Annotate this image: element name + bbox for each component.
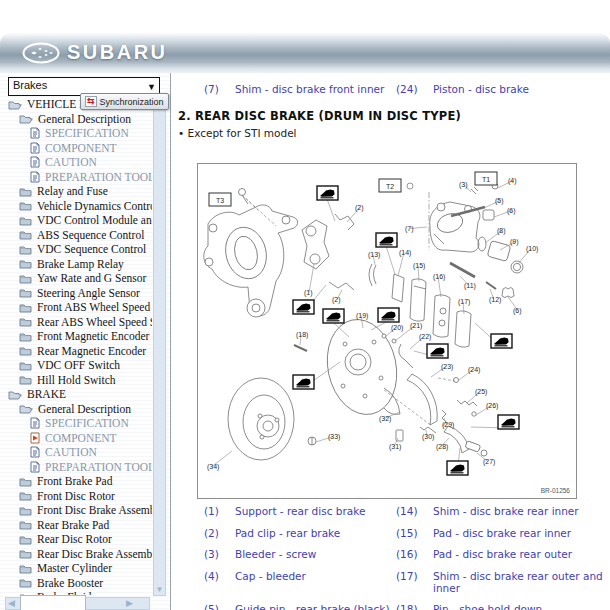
sidebar-horizontal-scrollbar[interactable]: ◀ ▶: [5, 597, 150, 610]
tree-item[interactable]: SPECIFICATION: [2, 416, 152, 431]
tree-item[interactable]: PREPARATION TOOL: [2, 460, 152, 475]
scroll-down-icon[interactable]: ▼: [154, 585, 165, 595]
diagram-part-label: (2): [332, 296, 341, 304]
tree-item[interactable]: VDC Sequence Control: [2, 242, 152, 257]
knuckle-drawing: [204, 189, 298, 318]
doc-active-icon: [30, 432, 40, 444]
folder-icon: [19, 490, 32, 501]
diagram-part-label: (12): [489, 296, 501, 304]
doc-icon: [30, 142, 40, 154]
tree-item[interactable]: Master Cylinder: [2, 561, 152, 576]
tree-item[interactable]: Rear Disc Rotor: [2, 532, 152, 547]
tree-item-label: COMPONENT: [45, 142, 117, 154]
tree-item[interactable]: Yaw Rate and G Sensor: [2, 271, 152, 286]
tree-item[interactable]: Rear Magnetic Encoder: [2, 344, 152, 359]
legend-item-text: Shim - disc brake front inner: [235, 83, 392, 95]
diagram-part-label: (33): [328, 433, 340, 441]
tree-item[interactable]: General Description: [2, 112, 152, 127]
tree-item[interactable]: Front ABS Wheel Speed Sensor: [2, 300, 152, 315]
tree-item[interactable]: Front Disc Brake Assembly: [2, 503, 152, 518]
tree-item-label: BRAKE: [27, 388, 66, 400]
tree-item-label: SPECIFICATION: [45, 127, 129, 139]
diagram-part-label: (28): [436, 443, 448, 451]
scroll-right-icon[interactable]: ▶: [126, 598, 133, 609]
diagram-part-label: (31): [389, 443, 401, 451]
tree-item[interactable]: PREPARATION TOOL: [2, 170, 152, 185]
tree-item[interactable]: ABS Sequence Control: [2, 228, 152, 243]
grease-icon: [427, 344, 448, 358]
tree-item[interactable]: Brake Booster: [2, 576, 152, 591]
legend-row: (3)Bleeder - screw(16)Pad - disc brake r…: [204, 548, 610, 560]
tree-item-label: VDC Sequence Control: [37, 243, 146, 255]
tree-item-label: Yaw Rate and G Sensor: [37, 272, 146, 284]
tree-item[interactable]: Front Brake Pad: [2, 474, 152, 489]
tree-item[interactable]: SPECIFICATION: [2, 126, 152, 141]
tree-item[interactable]: VDC OFF Switch: [2, 358, 152, 373]
grease-icon: [378, 308, 399, 322]
diagram-part-label: (29): [442, 421, 454, 429]
diagram-part-label: (16): [433, 273, 445, 281]
legend-item-number: (1): [204, 505, 231, 517]
folder-icon: [19, 534, 32, 545]
folder-icon: [19, 302, 32, 313]
folder-icon: [19, 215, 32, 226]
tree-item[interactable]: Rear Disc Brake Assembly: [2, 547, 152, 562]
tree-item[interactable]: Front Disc Rotor: [2, 489, 152, 504]
tree-item[interactable]: COMPONENT: [2, 431, 152, 446]
tool-label: T1: [482, 176, 490, 183]
diagram-part-label: (17): [458, 298, 470, 306]
doc-icon: [30, 417, 40, 429]
folder-icon: [19, 229, 32, 240]
legend-item-text: Pad clip - rear brake: [235, 527, 392, 539]
tree-item[interactable]: Relay and Fuse: [2, 184, 152, 199]
tree-item[interactable]: Rear ABS Wheel Speed Sensor: [2, 315, 152, 330]
folder-open-icon: [19, 403, 33, 414]
diagram-part-label: (10): [526, 245, 538, 253]
legend-item-text: Pad - disc brake rear outer: [433, 548, 610, 560]
tree-item[interactable]: Steering Angle Sensor: [2, 286, 152, 301]
folder-icon: [19, 273, 32, 284]
grease-icon: [491, 334, 512, 348]
exploded-diagram: T3T2T1(1)(2)(2)(3)(4)(5)(6)(7)(8)(9)(10)…: [197, 163, 577, 499]
grease-icon: [317, 186, 338, 200]
tree-item[interactable]: Hill Hold Switch: [2, 373, 152, 388]
tree-item[interactable]: Brake Lamp Relay: [2, 257, 152, 272]
folder-open-icon: [8, 389, 22, 400]
legend-item-number: (17): [396, 570, 429, 594]
tree-item[interactable]: VDC Control Module and Hydrauli: [2, 213, 152, 228]
grease-icon: [376, 233, 397, 247]
tree-item[interactable]: CAUTION: [2, 155, 152, 170]
grease-icon: [498, 415, 519, 429]
diagram-part-label: (8): [497, 227, 506, 235]
synchronization-button[interactable]: ⇆ Synchronization: [80, 93, 169, 110]
tree-item[interactable]: General Description: [2, 402, 152, 417]
legend-item-number: (18): [396, 603, 429, 610]
legend-item-text: Guide pin - rear brake (black): [235, 603, 392, 610]
diagram-part-label: (21): [410, 322, 422, 330]
tree-item[interactable]: CAUTION: [2, 445, 152, 460]
model-note: • Except for STI model: [178, 127, 297, 139]
tree-item[interactable]: Front Magnetic Encoder: [2, 329, 152, 344]
tree-item[interactable]: Rear Brake Pad: [2, 518, 152, 533]
tree-item[interactable]: Vehicle Dynamics Control System: [2, 199, 152, 214]
grease-icon: [323, 309, 344, 323]
tree-item-label: CAUTION: [45, 446, 97, 458]
folder-icon: [19, 244, 32, 255]
tree-item-label: Vehicle Dynamics Control System: [37, 200, 152, 212]
legend-item-text: Support - rear disc brake: [235, 505, 392, 517]
tree-item-label: Relay and Fuse: [37, 185, 108, 197]
tree-item-label: COMPONENT: [45, 432, 117, 444]
tree-item-label: Rear Brake Pad: [37, 519, 109, 531]
legend-item-text: Piston - disc brake: [433, 83, 610, 95]
scroll-left-icon[interactable]: ◀: [8, 598, 15, 609]
diagram-part-label: (11): [464, 282, 476, 290]
tree-item[interactable]: COMPONENT: [2, 141, 152, 156]
diagram-part-label: (6): [513, 307, 522, 315]
scrollbar-thumb[interactable]: [20, 595, 86, 610]
grease-icon: [293, 375, 314, 389]
clipped-previous-legend-line: (7) Shim - disc brake front inner (24) P…: [171, 83, 610, 95]
tree-item[interactable]: BRAKE: [2, 387, 152, 402]
tree-item-label: PREPARATION TOOL: [45, 461, 152, 473]
figure-code: BR-01256: [541, 487, 571, 494]
sidebar-vertical-scrollbar[interactable]: ▲ ▼: [153, 96, 166, 596]
